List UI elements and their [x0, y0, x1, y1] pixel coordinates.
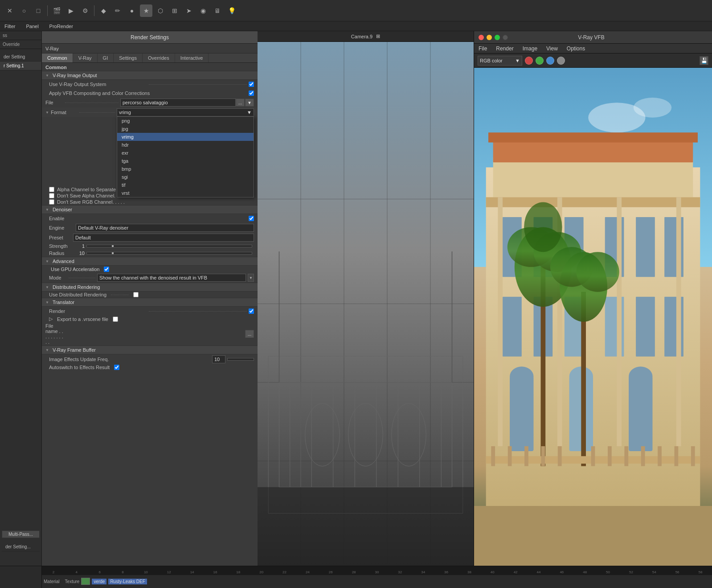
- toolbar-grid-icon[interactable]: ⊞: [168, 4, 181, 17]
- freq-input[interactable]: [212, 355, 225, 363]
- mode-arrow-icon[interactable]: ▼: [248, 274, 254, 282]
- tab-common[interactable]: Common: [42, 53, 73, 62]
- settings-scroll[interactable]: Common ▼ V-Ray Image Output Use V-Ray Ou…: [42, 63, 258, 566]
- toolbar-arrow-icon[interactable]: ➤: [183, 4, 195, 17]
- freq-slider[interactable]: [227, 358, 254, 361]
- toolbar-gear-icon[interactable]: ⚙: [79, 4, 91, 17]
- engine-input[interactable]: [76, 224, 254, 232]
- vfb-save-icon[interactable]: 💾: [700, 56, 708, 65]
- vray-image-output-header[interactable]: ▼ V-Ray Image Output: [42, 71, 258, 80]
- autoswitch-label: Autoswitch to Effects Result: [49, 365, 110, 370]
- left-panel-label: ss: [0, 31, 41, 40]
- material-bar: Material Texture verde Rusty-Leaks DEF: [42, 575, 712, 588]
- file-name-browse-button[interactable]: ...: [245, 330, 254, 338]
- tab-overrides[interactable]: Overrides: [143, 53, 175, 62]
- tab-settings[interactable]: Settings: [114, 53, 143, 62]
- timeline-mark-2: 2: [42, 570, 65, 574]
- export-checkbox[interactable]: [113, 317, 118, 322]
- tab-vray[interactable]: V-Ray: [73, 53, 98, 62]
- format-option-tga[interactable]: tga: [117, 157, 254, 165]
- material-name-verde[interactable]: verde: [92, 579, 106, 584]
- vfb-green-channel[interactable]: [536, 57, 544, 65]
- material-name-rusty[interactable]: Rusty-Leaks DEF: [108, 579, 147, 584]
- format-option-hdr[interactable]: hdr: [117, 141, 254, 149]
- format-option-tif[interactable]: tif: [117, 181, 254, 189]
- distributed-rendering-header[interactable]: ▼ Distributed Rendering: [42, 283, 258, 292]
- format-option-exr[interactable]: exr: [117, 149, 254, 157]
- vfb-neutral-channel[interactable]: [557, 57, 565, 65]
- strength-thumb: [112, 245, 114, 247]
- toolbar-cube-icon[interactable]: ◆: [97, 4, 110, 17]
- vray-image-output-label: V-Ray Image Output: [53, 73, 97, 78]
- toolbar-sphere-icon[interactable]: ●: [126, 4, 138, 17]
- camera-expand-icon[interactable]: ⊞: [376, 33, 380, 39]
- toolbar-film-icon[interactable]: 🎬: [50, 4, 63, 17]
- toolbar-ring-icon[interactable]: ◉: [197, 4, 209, 17]
- timeline-bar[interactable]: 2 4 6 8 10 12 14 16 18 20 22 24 26 28 30…: [42, 566, 712, 575]
- tab-interactive[interactable]: Interactive: [175, 53, 209, 62]
- vfb-menu-file[interactable]: File: [479, 45, 487, 52]
- toolbar-x-icon[interactable]: ✕: [4, 4, 16, 17]
- render-label: Render: [49, 308, 147, 314]
- menu-panel[interactable]: Panel: [24, 23, 40, 30]
- autoswitch-checkbox[interactable]: [114, 365, 119, 370]
- file-input[interactable]: [120, 99, 236, 107]
- gpu-accel-checkbox[interactable]: [104, 267, 109, 272]
- use-dr-checkbox[interactable]: [133, 292, 139, 297]
- menu-prorender[interactable]: ProRender: [48, 23, 75, 30]
- vfb-menu-options[interactable]: Options: [567, 45, 585, 52]
- format-label: Format: [51, 110, 78, 115]
- timeline-mark-46: 46: [550, 570, 573, 574]
- left-setting-1[interactable]: der Setting: [0, 53, 41, 62]
- tab-gi[interactable]: GI: [98, 53, 114, 62]
- bottom-left: [0, 566, 42, 588]
- vfb-channel-dropdown[interactable]: RGB color ▼: [478, 56, 522, 66]
- toolbar-hex-icon[interactable]: ⬡: [154, 4, 167, 17]
- timeline-mark-18: 18: [227, 570, 250, 574]
- toolbar-light-icon[interactable]: 💡: [225, 4, 238, 17]
- vfb-red-channel[interactable]: [525, 57, 533, 65]
- vfb-section-header[interactable]: ▼ V-Ray Frame Buffer: [42, 345, 258, 354]
- format-dropdown-current[interactable]: vrimg ▼: [117, 108, 254, 116]
- left-setting-2[interactable]: r Setting.1: [0, 62, 41, 70]
- format-option-png[interactable]: png: [117, 117, 254, 125]
- vfb-blue-channel[interactable]: [546, 57, 554, 65]
- toolbar-play-icon[interactable]: ▶: [65, 4, 77, 17]
- file-browse-button[interactable]: ...: [236, 99, 245, 107]
- denoiser-header[interactable]: ▼ Denoiser: [42, 205, 258, 214]
- format-option-bmp[interactable]: bmp: [117, 165, 254, 173]
- vfb-menu-image[interactable]: Image: [523, 45, 537, 52]
- use-vray-checkbox[interactable]: [249, 82, 254, 87]
- render-checkbox[interactable]: [249, 308, 254, 314]
- toolbar-pen-icon[interactable]: ✏: [111, 4, 124, 17]
- toolbar-star-icon[interactable]: ★: [140, 4, 152, 17]
- radius-slider[interactable]: [86, 252, 252, 255]
- image-effects-row: Image Effects Update Freq.: [42, 354, 258, 364]
- vfb-menu-view[interactable]: View: [546, 45, 558, 52]
- vfb-menu-render[interactable]: Render: [496, 45, 513, 52]
- main-area: Render Settings V-Ray Common V-Ray GI Se…: [42, 31, 712, 566]
- format-option-vrst[interactable]: vrst: [117, 189, 254, 197]
- format-option-sgi[interactable]: sgi: [117, 173, 254, 181]
- alpha-to-sep-checkbox[interactable]: [49, 187, 54, 192]
- preset-input[interactable]: [73, 234, 254, 242]
- format-option-vrimg[interactable]: vrimg: [117, 133, 254, 141]
- dont-save-alpha-checkbox[interactable]: [49, 193, 54, 198]
- toolbar-monitor-icon[interactable]: 🖥: [211, 4, 224, 17]
- file-dropdown-button[interactable]: ▼: [245, 99, 254, 107]
- translator-header[interactable]: ▼ Translator: [42, 298, 258, 307]
- enable-checkbox[interactable]: [249, 216, 254, 221]
- timeline-mark-6: 6: [88, 570, 111, 574]
- timeline-mark-22: 22: [273, 570, 296, 574]
- advanced-header[interactable]: ▼ Advanced: [42, 257, 258, 266]
- multi-pass-button[interactable]: Multi-Pass...: [2, 530, 40, 538]
- apply-vfb-checkbox[interactable]: [249, 90, 254, 96]
- menu-filter[interactable]: Filter: [3, 23, 17, 30]
- mode-input[interactable]: [97, 274, 246, 282]
- dont-save-rgb-checkbox[interactable]: [49, 199, 54, 205]
- format-option-jpg[interactable]: jpg: [117, 125, 254, 133]
- toolbar-circle-icon[interactable]: ○: [18, 4, 30, 17]
- toolbar-box-icon[interactable]: □: [32, 4, 45, 17]
- left-setting-3[interactable]: der Setting...: [2, 543, 40, 551]
- strength-slider[interactable]: [86, 245, 252, 247]
